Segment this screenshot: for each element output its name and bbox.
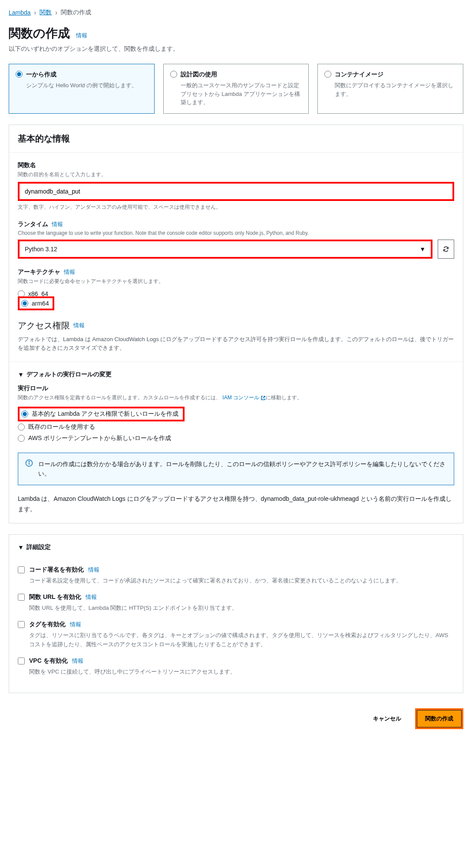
info-link[interactable]: 情報 bbox=[76, 32, 87, 39]
runtime-value: Python 3.12 bbox=[25, 246, 57, 253]
basic-info-panel: 基本的な情報 関数名 関数の目的を名前として入力します。 文字、数字、ハイフン、… bbox=[9, 125, 463, 524]
caret-down-icon: ▼ bbox=[18, 544, 24, 551]
option-blueprint[interactable]: 設計図の使用 一般的ユースケース用のサンプルコードと設定プリセットから Lamb… bbox=[163, 64, 309, 114]
exec-role-hint: 関数のアクセス権限を定義するロールを選択します。カスタムロールを作成するには、 … bbox=[18, 394, 454, 401]
advanced-title: 詳細設定 bbox=[26, 543, 51, 551]
function-name-sub: 文字、数字、ハイフン、アンダースコアのみ使用可能で、スペースは使用できません。 bbox=[18, 204, 454, 211]
breadcrumb-functions[interactable]: 関数 bbox=[40, 9, 52, 16]
chevron-right-icon: › bbox=[34, 9, 36, 16]
arch-arm-option[interactable]: arm64 bbox=[20, 299, 52, 308]
execution-role-toggle-label: デフォルトの実行ロールの変更 bbox=[26, 371, 112, 378]
code-signing-option[interactable]: コード署名を有効化 情報 bbox=[18, 566, 454, 574]
tags-label: タグを有効化 bbox=[29, 621, 66, 628]
permissions-desc: デフォルトでは、Lambda は Amazon CloudWatch Logs … bbox=[18, 335, 454, 353]
role-info-box: ロールの作成には数分かかる場合があります。ロールを削除したり、このロールの信頼ポ… bbox=[18, 453, 454, 485]
function-name-hint: 関数の目的を名前として入力します。 bbox=[18, 171, 454, 178]
basic-info-header: 基本的な情報 bbox=[9, 125, 463, 153]
architecture-label: アーキテクチャ bbox=[18, 268, 60, 276]
function-url-desc: 関数 URL を使用して、Lambda 関数に HTTP(S) エンドポイントを… bbox=[29, 604, 454, 613]
breadcrumb-lambda[interactable]: Lambda bbox=[9, 9, 31, 16]
breadcrumb-current: 関数の作成 bbox=[61, 9, 91, 16]
option-scratch-title: 一から作成 bbox=[26, 71, 56, 79]
radio-container[interactable] bbox=[324, 71, 331, 78]
function-name-input[interactable] bbox=[20, 184, 452, 198]
architecture-field: アーキテクチャ 情報 関数コードに必要な命令セットアーキテクチャを選択します。 … bbox=[18, 268, 454, 310]
exec-role-label: 実行ロール bbox=[18, 385, 454, 392]
option-blueprint-desc: 一般的ユースケース用のサンプルコードと設定プリセットから Lambda アプリケ… bbox=[181, 81, 302, 107]
footer-actions: キャンセル 関数の作成 bbox=[9, 704, 463, 733]
checkbox-tags[interactable] bbox=[18, 621, 25, 628]
code-signing-info[interactable]: 情報 bbox=[88, 566, 99, 574]
vpc-desc: 関数を VPC に接続して、呼び出し中にプライベートリソースにアクセスします。 bbox=[29, 667, 454, 677]
function-name-label: 関数名 bbox=[18, 161, 454, 169]
create-function-button[interactable]: 関数の作成 bbox=[417, 710, 462, 727]
runtime-field: ランタイム 情報 Choose the language to use to w… bbox=[18, 220, 454, 259]
external-link-icon bbox=[261, 395, 266, 401]
page-subtitle: 以下のいずれかのオプションを選択して、関数を作成します。 bbox=[9, 45, 463, 53]
radio-role-new[interactable] bbox=[21, 411, 28, 418]
arch-arm-label: arm64 bbox=[32, 300, 49, 307]
tags-option[interactable]: タグを有効化 情報 bbox=[18, 621, 454, 628]
refresh-button[interactable] bbox=[438, 240, 454, 259]
function-url-info[interactable]: 情報 bbox=[86, 593, 97, 601]
role-note: Lambda は、Amazon CloudWatch Logs にログをアップロ… bbox=[18, 494, 454, 515]
function-url-option[interactable]: 関数 URL を有効化 情報 bbox=[18, 593, 454, 601]
info-icon bbox=[25, 459, 33, 479]
radio-blueprint[interactable] bbox=[170, 71, 177, 78]
vpc-info[interactable]: 情報 bbox=[72, 657, 83, 665]
role-info-msg: ロールの作成には数分かかる場合があります。ロールを削除したり、このロールの信頼ポ… bbox=[38, 459, 447, 479]
creation-options: 一から作成 シンプルな Hello World の例で開始します。 設計図の使用… bbox=[9, 64, 463, 114]
page-header: 関数の作成 情報 以下のいずれかのオプションを選択して、関数を作成します。 bbox=[9, 25, 463, 53]
role-new-label: 基本的な Lambda アクセス権限で新しいロールを作成 bbox=[32, 410, 178, 418]
checkbox-code-signing[interactable] bbox=[18, 566, 25, 573]
advanced-panel: ▼ 詳細設定 コード署名を有効化 情報 コード署名設定を使用して、コードが承認さ… bbox=[9, 534, 463, 693]
role-template-option[interactable]: AWS ポリシーテンプレートから新しいロールを作成 bbox=[18, 433, 454, 444]
iam-console-link[interactable]: IAM コンソール bbox=[222, 395, 266, 401]
option-container[interactable]: コンテナイメージ 関数にデプロイするコンテナイメージを選択します。 bbox=[317, 64, 463, 114]
tags-desc: タグは、リソースに割り当てるラベルです。各タグは、キーとオプションの値で構成され… bbox=[29, 631, 454, 649]
vpc-option[interactable]: VPC を有効化 情報 bbox=[18, 657, 454, 665]
radio-role-existing[interactable] bbox=[18, 424, 25, 431]
role-template-label: AWS ポリシーテンプレートから新しいロールを作成 bbox=[28, 434, 171, 442]
svg-point-2 bbox=[29, 461, 30, 462]
chevron-right-icon: › bbox=[55, 9, 57, 16]
vpc-label: VPC を有効化 bbox=[29, 657, 68, 665]
breadcrumb: Lambda › 関数 › 関数の作成 bbox=[9, 9, 463, 16]
code-signing-label: コード署名を有効化 bbox=[29, 566, 84, 574]
function-url-label: 関数 URL を有効化 bbox=[29, 593, 81, 601]
arch-x86-option[interactable]: x86_64 bbox=[18, 289, 454, 299]
runtime-select[interactable]: Python 3.12 ▼ bbox=[20, 242, 430, 256]
checkbox-function-url[interactable] bbox=[18, 594, 25, 601]
runtime-info-link[interactable]: 情報 bbox=[52, 220, 63, 228]
role-existing-option[interactable]: 既存のロールを使用する bbox=[18, 421, 454, 433]
execution-role-toggle[interactable]: ▼ デフォルトの実行ロールの変更 bbox=[18, 371, 454, 378]
advanced-toggle[interactable]: ▼ 詳細設定 bbox=[18, 543, 454, 551]
checkbox-vpc[interactable] bbox=[18, 658, 25, 664]
permissions-info-link[interactable]: 情報 bbox=[73, 322, 85, 329]
code-signing-desc: コード署名設定を使用して、コードが承認されたソースによって確実に署名されており、… bbox=[29, 576, 454, 585]
runtime-label: ランタイム bbox=[18, 220, 48, 228]
option-scratch[interactable]: 一から作成 シンプルな Hello World の例で開始します。 bbox=[9, 64, 155, 114]
permissions-title: アクセス権限 bbox=[18, 320, 70, 332]
role-existing-label: 既存のロールを使用する bbox=[28, 423, 95, 431]
radio-arm64[interactable] bbox=[21, 300, 28, 307]
radio-scratch[interactable] bbox=[16, 71, 23, 78]
function-name-field: 関数名 関数の目的を名前として入力します。 文字、数字、ハイフン、アンダースコア… bbox=[18, 161, 454, 211]
tags-info[interactable]: 情報 bbox=[70, 621, 81, 628]
radio-role-template[interactable] bbox=[18, 435, 25, 442]
option-container-title: コンテナイメージ bbox=[335, 71, 383, 79]
option-blueprint-title: 設計図の使用 bbox=[181, 71, 217, 79]
caret-down-icon: ▼ bbox=[419, 246, 426, 253]
page-title: 関数の作成 bbox=[9, 25, 70, 42]
role-new-option[interactable]: 基本的な Lambda アクセス権限で新しいロールを作成 bbox=[20, 409, 182, 419]
architecture-info-link[interactable]: 情報 bbox=[64, 268, 75, 276]
runtime-hint: Choose the language to use to write your… bbox=[18, 230, 454, 236]
option-scratch-desc: シンプルな Hello World の例で開始します。 bbox=[26, 81, 148, 90]
option-container-desc: 関数にデプロイするコンテナイメージを選択します。 bbox=[335, 81, 456, 98]
caret-down-icon: ▼ bbox=[18, 371, 24, 378]
cancel-button[interactable]: キャンセル bbox=[365, 708, 409, 729]
architecture-hint: 関数コードに必要な命令セットアーキテクチャを選択します。 bbox=[18, 278, 454, 285]
refresh-icon bbox=[442, 246, 449, 253]
